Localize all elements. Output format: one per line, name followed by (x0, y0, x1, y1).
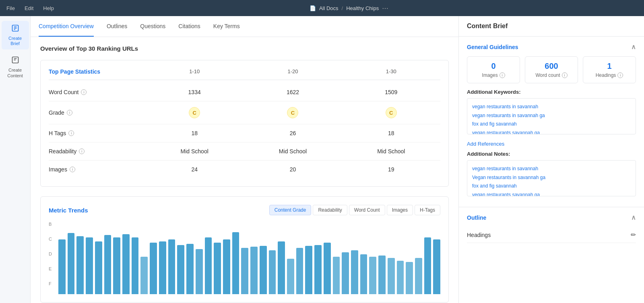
word-count-info-icon[interactable]: i (81, 89, 87, 95)
bar-4 (95, 241, 102, 294)
y-label-f: F (49, 281, 57, 286)
outline-headings-edit-icon[interactable]: ✏ (631, 231, 636, 239)
sidebar-item-create-brief[interactable]: CreateBrief (2, 21, 29, 49)
tab-outlines[interactable]: Outlines (107, 16, 127, 37)
tab-questions[interactable]: Questions (140, 16, 165, 37)
right-panel: Content Brief General Guidelines ∧ 0 Ima… (459, 16, 644, 303)
bar-26 (296, 248, 303, 294)
bar-7 (122, 234, 130, 294)
bar-39 (415, 258, 422, 294)
general-guidelines-title: General Guidelines ∧ (467, 43, 636, 51)
bar-16 (205, 237, 212, 294)
readability-1-20: Mid School (244, 148, 342, 155)
stats-container: Top Page Statistics 1-10 1-20 1-30 Word … (40, 60, 449, 187)
share-icon[interactable]: ⋯ (382, 4, 388, 12)
h-tags-1-20: 26 (244, 130, 342, 136)
bar-32 (351, 250, 358, 294)
tab-competition-overview[interactable]: Competition Overview (39, 16, 94, 37)
bar-21 (250, 247, 258, 294)
bar-29 (324, 243, 331, 294)
tab-citations[interactable]: Citations (178, 16, 200, 37)
panel-title: Content Brief (467, 23, 508, 30)
guideline-word-count-info[interactable]: i (562, 72, 568, 78)
stats-header-row: Top Page Statistics 1-10 1-20 1-30 (49, 68, 440, 80)
doc-icon: 📄 (310, 5, 316, 11)
note-item: vegan restaurants savannah ga (472, 191, 631, 196)
bar-38 (406, 262, 413, 294)
readability-info-icon[interactable]: i (79, 148, 85, 154)
tab-key-terms[interactable]: Key Terms (213, 16, 240, 37)
bar-34 (369, 257, 376, 294)
trend-btn-word-count[interactable]: Word Count (349, 205, 385, 215)
keyword-item: vegan restaurants in savannah ga (472, 111, 631, 120)
trend-btn-readability[interactable]: Readability (313, 205, 347, 215)
breadcrumb-all-docs[interactable]: All Docs (319, 5, 339, 11)
guideline-card-word-count: 600 Word count i (525, 56, 578, 83)
edit-menu[interactable]: Edit (25, 5, 33, 11)
outline-title: Outline ∧ (467, 214, 636, 221)
breadcrumb-separator: / (342, 5, 343, 11)
stats-row-images: Images i 24 20 19 (49, 161, 440, 178)
bar-18 (223, 239, 230, 294)
sidebar-item-create-content-label: CreateContent (7, 68, 23, 78)
help-menu[interactable]: Help (43, 5, 54, 11)
trends-header: Metric Trends Content Grade Readability … (49, 205, 440, 215)
h-tags-info-icon[interactable]: i (68, 130, 74, 136)
bar-23 (269, 250, 276, 294)
bar-28 (314, 245, 322, 294)
y-label-e: E (49, 266, 57, 271)
file-menu[interactable]: File (6, 5, 15, 11)
trend-btn-content-grade[interactable]: Content Grade (269, 205, 312, 215)
guideline-images-value: 0 (472, 62, 515, 71)
y-label-d: D (49, 251, 57, 256)
readability-label: Readability (49, 148, 76, 155)
h-tags-1-10: 18 (145, 130, 244, 136)
bar-17 (214, 243, 221, 294)
bar-9 (140, 257, 148, 294)
bar-chart: B C D E F (49, 222, 440, 294)
additional-notes-section: Additional Notes: vegan restaurants in s… (467, 151, 636, 196)
bar-30 (333, 257, 340, 294)
bar-6 (113, 237, 120, 294)
general-guidelines-block: General Guidelines ∧ 0 Images i 600 (459, 37, 644, 207)
note-item: Vegan restaurants in savannah ga (472, 173, 631, 182)
images-1-30: 19 (342, 166, 440, 173)
bar-8 (132, 237, 139, 294)
word-count-label: Word Count (49, 89, 78, 95)
breadcrumb-doc: Healthy Chips (346, 5, 379, 11)
outline-section: Outline ∧ Headings ✏ (459, 207, 644, 249)
bar-1 (68, 233, 75, 294)
word-count-1-30: 1509 (342, 89, 440, 95)
general-guidelines-chevron[interactable]: ∧ (631, 43, 636, 51)
images-info-icon[interactable]: i (70, 167, 75, 172)
stats-row-word-count: Word Count i 1334 1622 1509 (49, 83, 440, 101)
bar-3 (86, 237, 93, 294)
stats-col-1-30: 1-30 (342, 68, 440, 75)
bar-13 (177, 245, 184, 294)
guideline-images-info[interactable]: i (500, 72, 505, 78)
trend-btn-images[interactable]: Images (387, 205, 413, 215)
stats-col-1-20: 1-20 (244, 68, 342, 75)
bar-35 (378, 256, 386, 294)
bar-14 (186, 244, 194, 294)
sidebar-item-create-content[interactable]: CreateContent (2, 53, 29, 81)
bar-37 (397, 261, 404, 294)
grade-1-30: C (342, 107, 440, 118)
trend-btn-h-tags[interactable]: H-Tags (415, 205, 440, 215)
breadcrumb: 📄 All Docs / Healthy Chips ⋯ (60, 4, 638, 12)
bar-27 (305, 246, 312, 294)
overview-title: Overview of Top 30 Ranking URLs (40, 45, 449, 52)
readability-1-30: Mid School (342, 148, 440, 155)
stats-section-title: Top Page Statistics (49, 68, 145, 75)
guideline-headings-info[interactable]: i (617, 72, 623, 78)
additional-notes-label: Additional Notes: (467, 151, 636, 157)
add-references-link[interactable]: Add References (467, 141, 504, 147)
keyword-item: fox and fig savannah (472, 120, 631, 129)
topbar-menu: File Edit Help (6, 5, 54, 11)
guideline-card-headings: 1 Headings i (583, 56, 636, 83)
topbar: File Edit Help 📄 All Docs / Healthy Chip… (0, 0, 644, 16)
outline-chevron[interactable]: ∧ (631, 214, 636, 221)
grade-info-icon[interactable]: i (67, 110, 72, 115)
y-label-b: B (49, 222, 57, 227)
bar-22 (260, 246, 267, 294)
